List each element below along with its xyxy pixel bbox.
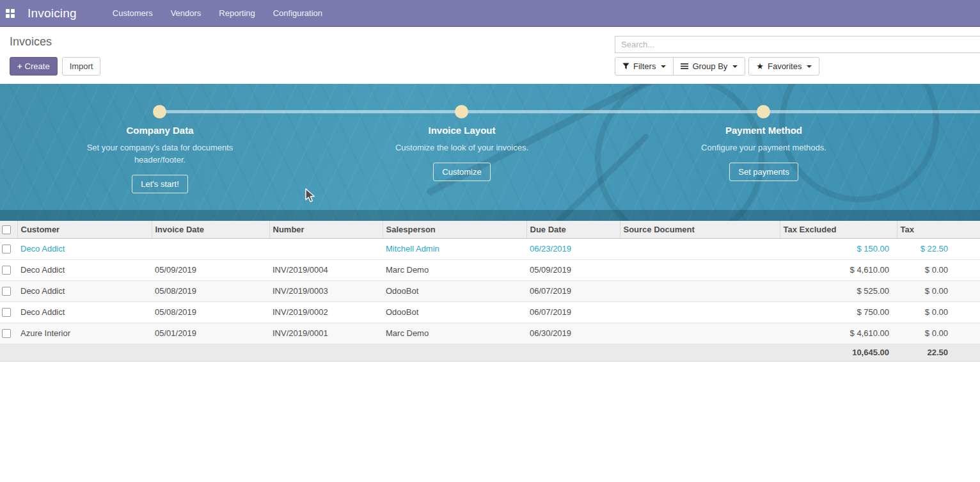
cell-source-document [620, 323, 780, 344]
select-all-checkbox[interactable] [2, 225, 11, 234]
chevron-down-icon [732, 65, 738, 68]
cell-source-document [620, 238, 780, 259]
favorites-button[interactable]: ★ Favorites [748, 57, 819, 76]
import-button[interactable]: Import [62, 57, 101, 76]
cell-tax: $ 22.50 [897, 238, 980, 259]
step-title: Payment Method [661, 125, 866, 136]
lets-start-button[interactable]: Let's start! [132, 175, 188, 193]
column-header-invoice-date[interactable]: Invoice Date [152, 221, 269, 238]
step-title: Company Data [58, 125, 262, 136]
column-header-customer[interactable]: Customer [17, 221, 152, 238]
cell-due-date: 06/07/2019 [526, 301, 620, 323]
step-dot-payment-method [757, 105, 770, 118]
table-row[interactable]: Azure Interior 05/01/2019 INV/2019/0001 … [0, 323, 980, 344]
cell-tax: $ 0.00 [897, 259, 980, 280]
column-header-tax[interactable]: Tax [897, 221, 980, 238]
invoice-list-table: Customer Invoice Date Number Salesperson… [0, 221, 980, 362]
cell-invoice-date: 05/01/2019 [152, 323, 269, 344]
cell-tax-excluded: $ 4,610.00 [780, 323, 897, 344]
step-description: Configure your payment methods. [690, 141, 837, 154]
cell-due-date: 06/07/2019 [526, 280, 620, 301]
search-input[interactable] [615, 36, 980, 53]
customize-button[interactable]: Customize [433, 163, 490, 181]
chevron-down-icon [661, 65, 666, 68]
filters-button[interactable]: Filters [615, 57, 674, 76]
cell-due-date: 06/30/2019 [526, 323, 620, 344]
search-filter-bar: Filters Group By ★ Favorites [615, 57, 819, 76]
column-header-number[interactable]: Number [269, 221, 383, 238]
cell-invoice-date: 05/09/2019 [152, 259, 269, 280]
menu-item-reporting[interactable]: Reporting [210, 0, 264, 26]
plus-icon: + [17, 61, 22, 71]
cell-number: INV/2019/0001 [269, 323, 383, 344]
step-description: Customize the look of your invoices. [388, 141, 535, 154]
step-description: Set your company's data for documents he… [86, 141, 233, 166]
cell-source-document [620, 301, 780, 323]
banner-bottom-strip [0, 210, 980, 221]
menu-item-configuration[interactable]: Configuration [264, 0, 331, 26]
cell-tax: $ 0.00 [897, 301, 980, 323]
onboarding-progress-line [160, 110, 980, 113]
onboarding-step-invoice-layout: Invoice Layout Customize the look of you… [360, 125, 564, 181]
cell-invoice-date [152, 238, 269, 259]
table-row[interactable]: Deco Addict 05/08/2019 INV/2019/0002 Odo… [0, 301, 980, 323]
table-row[interactable]: Deco Addict 05/09/2019 INV/2019/0004 Mar… [0, 259, 980, 280]
cell-tax-excluded: $ 525.00 [780, 280, 897, 301]
cell-number: INV/2019/0003 [269, 280, 383, 301]
table-row[interactable]: Deco Addict Mitchell Admin 06/23/2019 $ … [0, 238, 980, 259]
cell-due-date: 05/09/2019 [526, 259, 620, 280]
create-button[interactable]: +Create [10, 57, 58, 76]
cell-salesperson: OdooBot [383, 301, 526, 323]
onboarding-step-company-data: Company Data Set your company's data for… [58, 125, 262, 193]
cell-number [269, 238, 383, 259]
group-by-button[interactable]: Group By [673, 57, 745, 76]
column-header-salesperson[interactable]: Salesperson [383, 221, 526, 238]
onboarding-banner: Company Data Set your company's data for… [0, 84, 980, 221]
row-checkbox[interactable] [2, 287, 11, 296]
menu-item-vendors[interactable]: Vendors [162, 0, 210, 26]
step-title: Invoice Layout [360, 125, 564, 136]
menu-item-customers[interactable]: Customers [104, 0, 162, 26]
apps-grid-icon[interactable] [6, 9, 15, 18]
row-checkbox[interactable] [2, 329, 11, 338]
cell-due-date: 06/23/2019 [526, 238, 620, 259]
onboarding-step-payment-method: Payment Method Configure your payment me… [661, 125, 866, 181]
column-header-source-document[interactable]: Source Document [620, 221, 780, 238]
cell-customer: Deco Addict [17, 259, 152, 280]
top-menu: Customers Vendors Reporting Configuratio… [104, 0, 331, 26]
cell-customer: Deco Addict [17, 280, 152, 301]
cell-salesperson: Mitchell Admin [383, 238, 526, 259]
control-panel: Invoices +Create Import Filters Group By… [0, 27, 980, 84]
cell-tax: $ 0.00 [897, 323, 980, 344]
table-totals-row: 10,645.00 22.50 [0, 344, 980, 361]
action-buttons: +Create Import [10, 57, 100, 76]
cell-salesperson: Marc Demo [383, 323, 526, 344]
page-title: Invoices [10, 35, 52, 49]
total-tax: 22.50 [897, 344, 980, 361]
total-tax-excluded: 10,645.00 [780, 344, 897, 361]
row-checkbox[interactable] [2, 245, 11, 253]
table-row[interactable]: Deco Addict 05/08/2019 INV/2019/0003 Odo… [0, 280, 980, 301]
row-checkbox[interactable] [2, 308, 11, 317]
row-checkbox[interactable] [2, 266, 11, 275]
column-header-due-date[interactable]: Due Date [526, 221, 620, 238]
cell-invoice-date: 05/08/2019 [152, 301, 269, 323]
filter-funnel-icon [622, 63, 629, 70]
chevron-down-icon [807, 65, 812, 68]
column-header-tax-excluded[interactable]: Tax Excluded [780, 221, 897, 238]
top-navbar: Invoicing Customers Vendors Reporting Co… [0, 0, 980, 27]
cell-tax-excluded: $ 4,610.00 [780, 259, 897, 280]
cell-salesperson: OdooBot [383, 280, 526, 301]
app-brand-invoicing[interactable]: Invoicing [28, 6, 77, 20]
cell-tax: $ 0.00 [897, 280, 980, 301]
set-payments-button[interactable]: Set payments [729, 163, 798, 181]
cell-salesperson: Marc Demo [383, 259, 526, 280]
cell-invoice-date: 05/08/2019 [152, 280, 269, 301]
step-dot-company-data [153, 105, 166, 118]
select-all-header-cell [0, 221, 17, 238]
cell-tax-excluded: $ 150.00 [780, 238, 897, 259]
cell-number: INV/2019/0002 [269, 301, 383, 323]
cell-customer: Deco Addict [17, 301, 152, 323]
cell-source-document [620, 259, 780, 280]
star-icon: ★ [756, 61, 764, 72]
